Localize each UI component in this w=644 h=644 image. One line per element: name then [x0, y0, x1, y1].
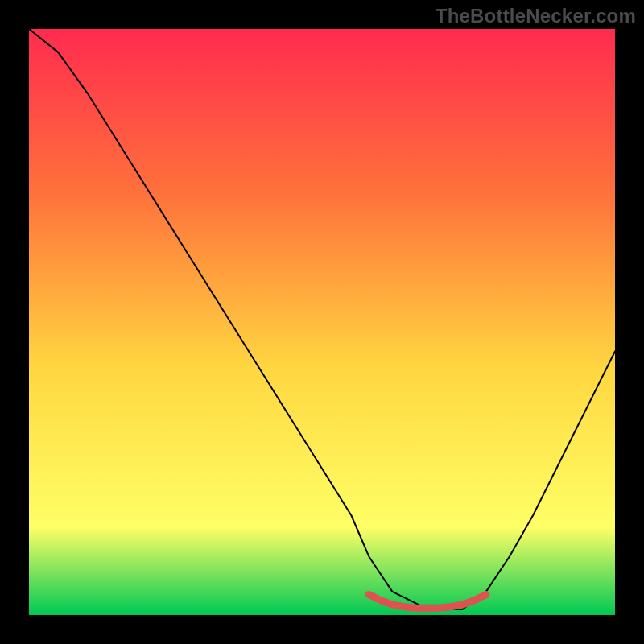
plot-area [29, 29, 615, 615]
plot-svg [29, 29, 615, 615]
chart-frame: TheBottleNecker.com [0, 0, 644, 644]
watermark-text: TheBottleNecker.com [436, 5, 636, 27]
